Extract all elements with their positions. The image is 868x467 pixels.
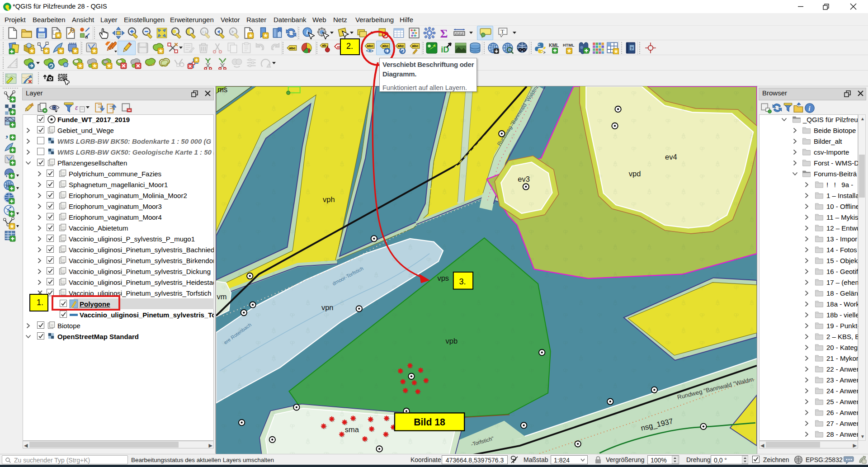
svg-text:Bild 18: Bild 18 (414, 417, 445, 428)
svg-text:a: a (85, 33, 88, 39)
svg-text:sma: sma (345, 425, 359, 434)
svg-text:ab: ab (322, 43, 326, 47)
svg-text:vm: vm (217, 292, 227, 301)
svg-text:HTML: HTML (563, 43, 575, 47)
svg-text:T: T (501, 28, 505, 35)
svg-text:KML: KML (549, 43, 559, 48)
svg-text:ε: ε (75, 104, 78, 111)
svg-text:3.: 3. (459, 277, 466, 286)
svg-text:1:1: 1:1 (202, 30, 207, 33)
svg-text:ms: ms (217, 86, 227, 94)
svg-text:vpn: vpn (321, 303, 334, 312)
svg-text:,: , (5, 128, 8, 139)
svg-text:vph: vph (323, 195, 335, 204)
svg-text:ev3: ev3 (518, 175, 530, 184)
svg-text:?: ? (630, 46, 633, 51)
svg-text:ev4: ev4 (665, 153, 677, 161)
svg-text:Σ: Σ (440, 27, 448, 39)
svg-text:vpd: vpd (629, 170, 641, 178)
svg-text:vps: vps (437, 274, 449, 283)
svg-text:>: > (543, 50, 545, 54)
svg-text:vpb: vpb (446, 337, 458, 345)
svg-text:i: i (306, 29, 308, 36)
